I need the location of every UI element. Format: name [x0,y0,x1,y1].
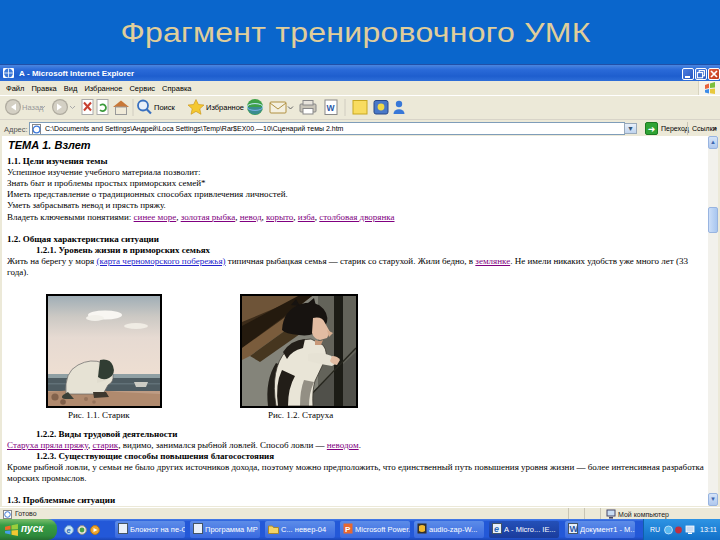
svg-text:W: W [570,524,579,534]
svg-text:e: e [494,524,499,534]
svg-text:P: P [345,525,351,534]
svg-text:W: W [327,103,336,113]
svg-text:Поиск: Поиск [154,103,176,112]
svg-text:Избранное: Избранное [206,103,244,112]
svg-text:e: e [66,526,70,535]
